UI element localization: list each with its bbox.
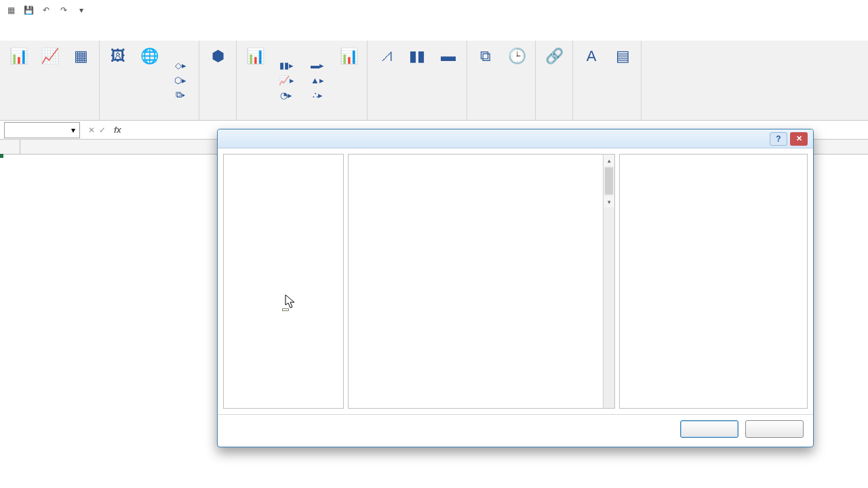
quick-access-toolbar: ▦ 💾 ↶ ↷ ▾: [3, 3, 89, 18]
category-list: [223, 154, 344, 409]
group-charts: 📊 ▮▮▸ 📈▸ ◔▸ ▬▸ ▲▸ ∴▸ 📊: [237, 41, 368, 120]
online-pictures-button[interactable]: 🌐: [135, 43, 163, 117]
tooltip: [282, 308, 289, 311]
close-button[interactable]: ✕: [790, 132, 808, 146]
table-button[interactable]: ▦: [66, 43, 95, 117]
help-button[interactable]: ?: [770, 132, 787, 146]
cancel-formula-icon[interactable]: ✕: [88, 125, 95, 135]
selection-box: [0, 155, 3, 157]
gallery-scrollbar[interactable]: ▴ ▾: [603, 155, 614, 408]
name-box[interactable]: ▾: [4, 122, 80, 138]
illus-small-buttons: ◇▸ ⬡▸ ⧉▸: [166, 43, 195, 117]
sparkline-line-button[interactable]: ⩘: [372, 43, 400, 117]
hyperlink-button[interactable]: 🔗: [540, 43, 568, 117]
layout-gallery: ▴ ▾: [348, 154, 615, 409]
group-sparklines: ⩘ ▮▮ ▬: [368, 41, 467, 120]
preview-graphic: [627, 161, 800, 310]
scatter-chart-icon[interactable]: ∴▸: [303, 88, 332, 102]
header-footer-button[interactable]: ▤: [608, 43, 637, 117]
group-apps: ⬢: [199, 41, 237, 120]
redo-icon[interactable]: ↷: [56, 3, 71, 18]
scroll-down-icon[interactable]: ▾: [604, 196, 614, 207]
pie-chart-icon[interactable]: ◔▸: [272, 88, 300, 102]
qat-menu-icon[interactable]: ▾: [74, 3, 89, 18]
pivottable-button[interactable]: 📊: [4, 43, 33, 117]
apps-for-office-button[interactable]: ⬢: [203, 43, 232, 117]
ribbon-tabs: [0, 20, 868, 41]
smartart-dialog: ? ✕ ▴ ▾: [217, 129, 814, 447]
recommended-charts-button[interactable]: 📊: [241, 43, 269, 117]
dialog-titlebar[interactable]: ? ✕: [218, 129, 813, 148]
group-text: A ▤: [573, 41, 642, 120]
area-chart-icon[interactable]: ▲▸: [303, 73, 332, 87]
smartart-icon[interactable]: ⬡▸: [166, 73, 195, 87]
pivotchart-button[interactable]: 📊: [334, 43, 363, 117]
ribbon: 📊 📈 ▦ 🖼 🌐 ◇▸ ⬡▸ ⧉▸ ⬢ 📊 ▮▮▸ 📈▸: [0, 41, 868, 121]
fx-icon[interactable]: fx: [110, 125, 125, 135]
cancel-button[interactable]: [745, 420, 804, 438]
textbox-button[interactable]: A: [577, 43, 606, 117]
select-all-corner[interactable]: [0, 140, 20, 154]
sparkline-column-button[interactable]: ▮▮: [403, 43, 431, 117]
group-links: 🔗: [536, 41, 573, 120]
group-filters: ⧉ 🕒: [467, 41, 536, 120]
screenshot-icon[interactable]: ⧉▸: [166, 88, 195, 102]
line-chart-icon[interactable]: 📈▸: [272, 73, 300, 87]
slicer-button[interactable]: ⧉: [471, 43, 500, 117]
ok-button[interactable]: [680, 420, 738, 438]
preview-pane: [619, 154, 808, 409]
chevron-down-icon[interactable]: ▾: [71, 125, 75, 135]
bar-chart-icon[interactable]: ▬▸: [303, 58, 332, 72]
sparkline-winloss-button[interactable]: ▬: [434, 43, 462, 117]
scroll-up-icon[interactable]: ▴: [604, 155, 614, 166]
gallery-title: [349, 155, 614, 163]
save-icon[interactable]: 💾: [21, 3, 36, 18]
group-illustrations: 🖼 🌐 ◇▸ ⬡▸ ⧉▸: [100, 41, 199, 120]
recommended-pivottables-button[interactable]: 📈: [35, 43, 64, 117]
excel-icon: ▦: [3, 3, 18, 18]
undo-icon[interactable]: ↶: [39, 3, 54, 18]
group-tables: 📊 📈 ▦: [0, 41, 100, 120]
pictures-button[interactable]: 🖼: [104, 43, 132, 117]
column-chart-icon[interactable]: ▮▮▸: [272, 58, 300, 72]
enter-formula-icon[interactable]: ✓: [99, 125, 106, 135]
scroll-thumb[interactable]: [605, 167, 613, 195]
shapes-icon[interactable]: ◇▸: [166, 58, 195, 72]
timeline-button[interactable]: 🕒: [502, 43, 531, 117]
